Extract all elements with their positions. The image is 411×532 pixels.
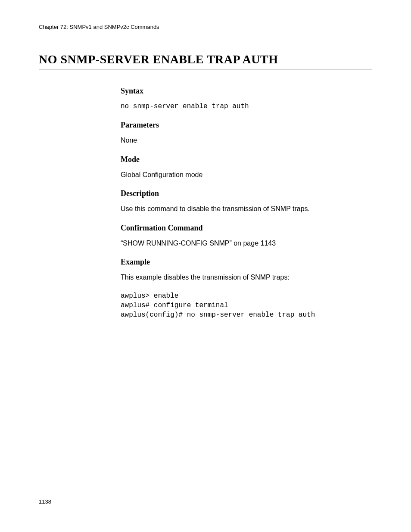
chapter-header: Chapter 72: SNMPv1 and SNMPv2c Commands [39,24,372,30]
syntax-code: no snmp-server enable trap auth [121,102,372,111]
example-intro: This example disables the transmission o… [121,273,372,282]
syntax-heading: Syntax [121,87,372,96]
confirmation-heading: Confirmation Command [121,224,372,233]
description-heading: Description [121,189,372,198]
page-number: 1138 [39,498,51,505]
mode-heading: Mode [121,155,372,164]
example-code: awplus> enable awplus# configure termina… [121,292,372,320]
confirmation-text: “SHOW RUNNING-CONFIG SNMP” on page 1143 [121,239,372,248]
description-text: Use this command to disable the transmis… [121,204,372,214]
page-container: Chapter 72: SNMPv1 and SNMPv2c Commands … [0,0,411,337]
parameters-heading: Parameters [121,121,372,130]
command-title: NO SNMP-SERVER ENABLE TRAP AUTH [39,53,372,69]
parameters-text: None [121,136,372,145]
content-block: Syntax no snmp-server enable trap auth P… [121,87,372,320]
mode-text: Global Configuration mode [121,170,372,180]
example-heading: Example [121,258,372,267]
